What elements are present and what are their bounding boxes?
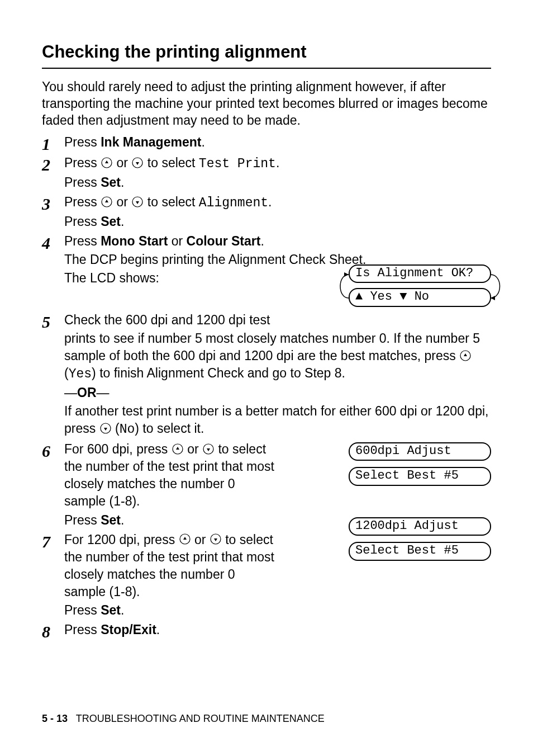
page-number: 5 - 13	[42, 713, 68, 724]
text: .	[268, 195, 272, 209]
text: prints to see if number 5 most closely m…	[64, 331, 480, 363]
lcd-value: Yes	[69, 367, 92, 381]
step-5: 5 Check the 600 dpi and 1200 dpi test pr…	[42, 311, 491, 440]
up-button-icon	[459, 349, 472, 362]
lcd-value: No	[120, 422, 135, 437]
text: .	[121, 175, 124, 190]
text: or	[168, 234, 186, 248]
lcd-display: 1200dpi Adjust	[349, 517, 491, 536]
lcd-display: Select Best #5	[349, 542, 491, 560]
button-label: Set	[101, 513, 121, 527]
lcd-display: ▲ Yes ▼ No	[349, 288, 491, 306]
text: Press	[64, 175, 101, 190]
text: or	[184, 442, 202, 456]
button-label: Set	[101, 175, 121, 190]
step-number: 7	[42, 531, 64, 551]
text: Press	[64, 135, 101, 149]
text: to select	[144, 155, 198, 170]
text: Press	[64, 622, 101, 637]
text: Press	[64, 603, 101, 617]
text: .	[276, 155, 279, 170]
up-button-icon	[101, 157, 113, 169]
text: .	[121, 214, 124, 229]
step-number: 6	[42, 441, 64, 460]
step-2: 2 Press or to select Test Print. Press S…	[42, 154, 491, 192]
step-number: 8	[42, 621, 64, 641]
button-label: Set	[101, 603, 121, 617]
step-3: 3 Press or to select Alignment. Press Se…	[42, 193, 491, 231]
button-label: Ink Management	[101, 135, 201, 149]
button-label: Mono Start	[101, 234, 168, 248]
svg-marker-5	[105, 200, 108, 202]
text: Check the 600 dpi and 1200 dpi test	[64, 311, 491, 329]
text: For 1200 dpi, press	[64, 532, 179, 547]
text: Press	[64, 214, 101, 229]
svg-marker-9	[464, 353, 467, 356]
text: or	[113, 195, 131, 209]
lcd-display: Is Alignment OK?	[349, 264, 491, 283]
svg-marker-15	[207, 448, 210, 451]
text: .	[121, 603, 124, 617]
lcd-display: 600dpi Adjust	[349, 442, 491, 461]
lcd-no: No	[415, 290, 429, 304]
text: to select	[144, 195, 198, 209]
text: For 600 dpi, press	[64, 442, 172, 456]
svg-marker-17	[183, 537, 187, 540]
step-number: 3	[42, 193, 64, 213]
svg-marker-19	[214, 538, 217, 541]
lcd-display: Select Best #5	[349, 467, 491, 485]
svg-marker-20	[491, 296, 495, 300]
text: .	[121, 513, 124, 527]
up-button-icon	[179, 533, 191, 545]
down-button-icon	[131, 157, 144, 169]
lcd-yes: Yes	[370, 290, 392, 304]
svg-marker-11	[104, 428, 107, 431]
down-button-icon	[210, 533, 222, 545]
down-button-icon	[99, 422, 112, 434]
text: (	[112, 421, 120, 436]
text: .	[201, 135, 204, 149]
text: or	[191, 532, 210, 547]
up-button-icon	[101, 196, 113, 208]
text: Press	[64, 155, 101, 170]
step-1: 1 Press Ink Management.	[42, 134, 491, 153]
text: .	[156, 622, 160, 637]
lcd-1200-group: 1200dpi Adjust Select Best #5	[349, 517, 491, 567]
text: .	[260, 234, 264, 248]
text: Press	[64, 195, 101, 209]
step-number: 1	[42, 134, 64, 153]
svg-marker-13	[176, 447, 179, 450]
button-label: Colour Start	[187, 234, 261, 248]
menu-value: Test Print	[199, 157, 276, 171]
lcd-600-group: 600dpi Adjust Select Best #5	[349, 442, 491, 492]
intro-paragraph: You should rarely need to adjust the pri…	[42, 79, 491, 129]
down-button-icon	[202, 443, 215, 455]
text: or	[113, 155, 131, 170]
button-label: Set	[101, 214, 121, 229]
svg-marker-7	[136, 201, 139, 204]
svg-marker-3	[136, 162, 139, 165]
text: Press	[64, 513, 101, 527]
up-button-icon	[172, 443, 184, 455]
text: ) to finish Alignment Check and go to St…	[92, 366, 345, 380]
lcd-alignment-group: Is Alignment OK? ▲ Yes ▼ No	[349, 264, 491, 312]
text: (	[64, 366, 69, 380]
section-heading: Checking the printing alignment	[42, 42, 491, 69]
page-footer: 5 - 13 TROUBLESHOOTING AND ROUTINE MAINT…	[42, 713, 325, 725]
step-number: 5	[42, 311, 64, 331]
down-button-icon	[131, 196, 144, 208]
step-8: 8 Press Stop/Exit.	[42, 621, 491, 641]
text: ) to select it.	[135, 421, 204, 436]
svg-marker-1	[105, 160, 108, 163]
step-number: 2	[42, 154, 64, 174]
text: Press	[64, 234, 101, 248]
step-number: 4	[42, 233, 64, 252]
section-label: TROUBLESHOOTING AND ROUTINE MAINTENANCE	[76, 713, 325, 724]
menu-value: Alignment	[199, 196, 268, 210]
or-label: OR	[77, 385, 97, 400]
button-label: Stop/Exit	[101, 622, 156, 637]
